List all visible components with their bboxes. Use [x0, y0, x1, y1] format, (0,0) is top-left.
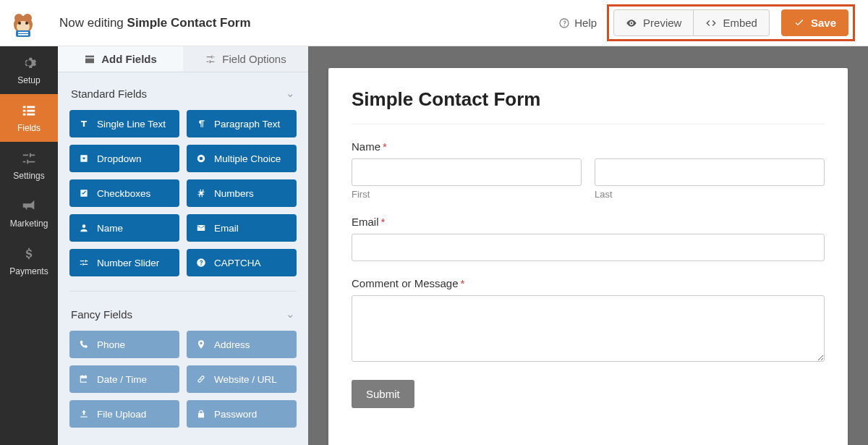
map-pin-icon — [195, 339, 207, 350]
hash-icon — [195, 187, 207, 199]
main-area: Setup Fields Settings Marketing Payments… — [0, 46, 868, 445]
name-label: Name* — [352, 140, 825, 153]
field-multiple-choice[interactable]: Multiple Choice — [187, 145, 297, 172]
field-label: Numbers — [214, 188, 254, 199]
nav-setup-label: Setup — [17, 75, 40, 85]
last-name-input[interactable] — [595, 158, 825, 186]
svg-point-5 — [25, 22, 28, 25]
field-label: Password — [214, 409, 257, 420]
name-label-text: Name — [352, 140, 380, 153]
preview-embed-group: Preview Embed — [613, 9, 770, 36]
editing-form-name: Simple Contact Form — [127, 16, 251, 30]
panel-body: Standard Fields ⌄ Single Line Text Parag… — [58, 72, 308, 445]
nav-payments[interactable]: Payments — [0, 237, 58, 285]
lock-icon — [195, 408, 207, 420]
field-checkboxes[interactable]: Checkboxes — [69, 179, 179, 207]
chevron-down-icon: ⌄ — [286, 87, 295, 100]
message-label: Comment or Message* — [352, 277, 825, 289]
help-link[interactable]: Help — [558, 17, 597, 29]
field-label: Dropdown — [97, 153, 142, 164]
message-textarea[interactable] — [352, 295, 825, 362]
field-single-line-text[interactable]: Single Line Text — [69, 110, 179, 137]
field-numbers[interactable]: Numbers — [187, 179, 297, 207]
standard-section-head[interactable]: Standard Fields ⌄ — [69, 82, 297, 110]
nav-settings[interactable]: Settings — [0, 142, 58, 190]
field-paragraph-text[interactable]: Paragraph Text — [187, 110, 297, 137]
name-field-group[interactable]: Name* First Last — [352, 140, 825, 200]
app-logo — [9, 9, 38, 38]
embed-button[interactable]: Embed — [694, 9, 770, 36]
tab-field-options[interactable]: Field Options — [183, 46, 308, 72]
last-sublabel: Last — [595, 189, 825, 200]
field-label: Date / Time — [97, 374, 147, 385]
field-phone[interactable]: Phone — [69, 331, 179, 358]
nav-payments-label: Payments — [9, 266, 48, 276]
field-password[interactable]: Password — [187, 400, 297, 428]
submit-button[interactable]: Submit — [352, 380, 414, 408]
first-name-input[interactable] — [352, 158, 582, 186]
nav-fields-label: Fields — [17, 123, 41, 133]
preview-label: Preview — [643, 17, 681, 29]
editing-prefix: Now editing — [59, 16, 127, 30]
field-captcha[interactable]: CAPTCHA — [187, 249, 297, 276]
left-nav: Setup Fields Settings Marketing Payments — [0, 46, 58, 445]
field-label: Multiple Choice — [214, 153, 281, 164]
field-address[interactable]: Address — [187, 331, 297, 358]
window-icon — [84, 54, 95, 65]
nav-setup[interactable]: Setup — [0, 46, 58, 94]
chevron-down-icon: ⌄ — [286, 308, 295, 321]
email-label-text: Email — [352, 216, 379, 228]
tab-options-label: Field Options — [222, 53, 286, 65]
fancy-section-head[interactable]: Fancy Fields ⌄ — [69, 303, 297, 331]
field-label: Name — [97, 223, 123, 234]
field-label: Website / URL — [214, 374, 277, 385]
field-number-slider[interactable]: Number Slider — [69, 249, 179, 276]
envelope-icon — [195, 222, 207, 234]
code-icon — [705, 17, 717, 29]
tab-add-label: Add Fields — [101, 53, 157, 65]
field-dropdown[interactable]: Dropdown — [69, 145, 179, 172]
help-icon — [558, 17, 570, 29]
required-asterisk: * — [383, 140, 387, 153]
nav-settings-label: Settings — [13, 171, 44, 181]
form-title: Simple Contact Form — [352, 88, 825, 124]
standard-fields-grid: Single Line Text Paragraph Text Dropdown… — [69, 110, 297, 276]
field-date-time[interactable]: Date / Time — [69, 365, 179, 393]
panel-tabs: Add Fields Field Options — [58, 46, 308, 72]
field-label: Number Slider — [97, 258, 159, 268]
field-file-upload[interactable]: File Upload — [69, 400, 179, 428]
fields-panel: Add Fields Field Options Standard Fields… — [58, 46, 308, 445]
email-field-group[interactable]: Email* — [352, 216, 825, 261]
tab-add-fields[interactable]: Add Fields — [58, 46, 183, 72]
preview-button[interactable]: Preview — [613, 9, 694, 36]
message-field-group[interactable]: Comment or Message* — [352, 277, 825, 364]
field-website-url[interactable]: Website / URL — [187, 365, 297, 393]
fancy-title: Fancy Fields — [71, 308, 132, 321]
sliders-icon — [21, 151, 37, 166]
email-input[interactable] — [352, 234, 825, 261]
save-label: Save — [811, 17, 836, 29]
field-label: Phone — [97, 339, 125, 350]
eye-icon — [626, 17, 637, 29]
standard-title: Standard Fields — [71, 88, 147, 100]
phone-icon — [78, 339, 90, 350]
sliders-icon — [205, 54, 216, 65]
list-icon — [21, 103, 37, 119]
required-asterisk: * — [381, 216, 386, 228]
field-name[interactable]: Name — [69, 214, 179, 242]
save-button[interactable]: Save — [781, 9, 848, 36]
top-buttons-highlight: Preview Embed Save — [607, 4, 855, 41]
question-circle-icon — [195, 257, 207, 268]
nav-marketing[interactable]: Marketing — [0, 190, 58, 237]
email-label: Email* — [352, 216, 825, 228]
field-label: Paragraph Text — [214, 119, 280, 130]
nav-fields[interactable]: Fields — [0, 94, 58, 142]
editing-label: Now editing Simple Contact Form — [59, 16, 251, 30]
nav-marketing-label: Marketing — [10, 219, 48, 229]
field-email[interactable]: Email — [187, 214, 297, 242]
user-icon — [78, 222, 90, 234]
check-icon — [793, 17, 805, 29]
caret-square-icon — [78, 153, 90, 164]
svg-rect-8 — [18, 34, 28, 35]
dollar-icon — [21, 246, 37, 262]
